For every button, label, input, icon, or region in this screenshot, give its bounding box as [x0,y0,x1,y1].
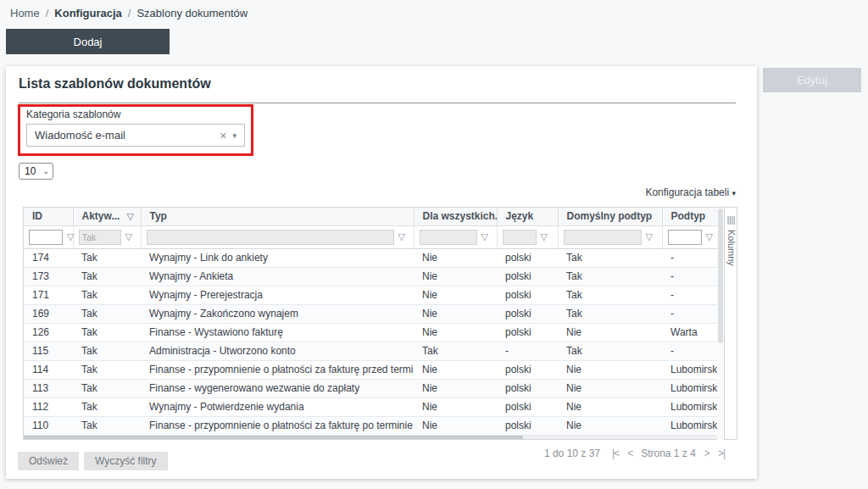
cell-for_all: Nie [414,360,497,379]
next-page-icon[interactable]: > [704,447,709,459]
cell-for_all: Nie [414,416,497,435]
breadcrumb-konfiguracja[interactable]: Konfiguracja [54,7,121,19]
filter-funnel-icon[interactable]: ▽ [706,232,713,242]
cell-language: polski [497,304,558,323]
cell-language: polski [497,397,558,416]
cell-type: Wynajmy - Potwierdzenie wydania [141,397,414,416]
filter-input-language[interactable] [503,230,537,245]
filter-input-default-subtype[interactable] [564,230,642,245]
cell-type: Wynajmy - Prerejestracja [141,286,414,304]
cell-id: 174 [24,248,73,267]
filter-funnel-icon[interactable]: ▽ [126,211,133,221]
breadcrumb-separator: / [46,7,49,19]
add-button[interactable]: Dodaj [6,29,170,54]
column-header-id[interactable]: ID [24,208,73,225]
cell-language: - [497,342,558,360]
column-header-subtype[interactable]: Podtyp [662,208,717,225]
cell-type: Finanse - wygenerowano wezwanie do zapła… [141,379,414,397]
cell-subtype: - [662,248,717,267]
edit-button[interactable]: Edytuj [763,68,861,92]
cell-type: Finanse - przypomnienie o płatności za f… [141,360,414,379]
filter-funnel-icon[interactable]: ▽ [481,232,488,242]
table-row[interactable]: 113TakFinanse - wygenerowano wezwanie do… [24,379,717,397]
cell-default_subtype: Nie [558,397,662,416]
columns-tab-label: Kolumny [726,230,737,266]
last-page-icon[interactable]: >| [718,447,725,459]
table-config-dropdown[interactable]: Konfiguracja tabeli ▾ [6,186,736,198]
footer-buttons: Odśwież Wyczyść filtry [18,452,168,470]
page-size-select[interactable]: 10 ⌄ [19,163,53,180]
cell-for_all: Tak [414,342,497,360]
previous-page-icon[interactable]: < [627,447,632,459]
clear-filters-button[interactable]: Wyczyść filtry [84,452,168,470]
breadcrumb: Home / Konfiguracja / Szablony dokumentó… [10,7,248,19]
refresh-button[interactable]: Odśwież [18,452,79,470]
category-select[interactable]: Wiadomość e-mail × ▾ [26,124,245,147]
cell-type: Wynajmy - Link do ankiety [141,248,414,267]
page-title: Lista szablonów dokumentów [19,76,744,92]
table-row[interactable]: 110TakFinanse - przypomnienie o płatnośc… [24,416,717,435]
table-row[interactable]: 173TakWynajmy - AnkietaNiepolskiTak- [24,267,717,286]
category-filter-label: Kategoria szablonów [26,108,245,120]
cell-active: Tak [73,304,141,323]
column-header-for-all[interactable]: Dla wszystkich... [414,208,497,225]
templates-list-card: Lista szablonów dokumentów Kategoria sza… [6,66,757,479]
cell-default_subtype: Tak [558,248,662,267]
filter-funnel-icon[interactable]: ▽ [398,232,405,242]
filter-funnel-icon[interactable]: ▽ [67,232,74,242]
cell-active: Tak [73,379,141,397]
cell-id: 169 [24,304,73,323]
cell-subtype: Lubomirski [662,397,717,416]
cell-for_all: Nie [414,286,497,304]
cell-subtype: - [662,286,717,304]
cell-active: Tak [73,416,141,435]
cell-language: polski [497,360,558,379]
breadcrumb-separator: / [128,7,131,19]
filter-input-type[interactable] [147,230,394,245]
cell-subtype: Lubomirski [662,416,717,435]
scrollbar-thumb[interactable] [24,436,523,439]
columns-panel-tab[interactable]: Kolumny [724,207,737,440]
table-row[interactable]: 169TakWynajmy - Zakończono wynajemNiepol… [24,304,717,323]
cell-id: 113 [24,379,73,397]
cell-active: Tak [73,323,141,342]
cell-id: 115 [24,342,73,360]
category-select-value: Wiadomość e-mail [35,129,214,142]
table-row[interactable]: 171TakWynajmy - PrerejestracjaNiepolskiT… [24,286,717,304]
filter-funnel-icon[interactable]: ▽ [541,232,548,242]
horizontal-scrollbar[interactable] [24,436,717,439]
clear-selection-icon[interactable]: × [214,129,232,142]
column-header-active[interactable]: Aktyw...▽ [73,208,141,225]
column-header-language[interactable]: Język [497,208,558,225]
filter-input-id[interactable] [29,230,63,245]
column-header-default-subtype[interactable]: Domyślny podtyp [558,208,662,225]
table-row[interactable]: 174TakWynajmy - Link do ankietyNiepolski… [24,248,717,267]
cell-subtype: Lubomirski [662,360,717,379]
first-page-icon[interactable]: |< [612,447,619,459]
table-row[interactable]: 112TakWynajmy - Potwierdzenie wydaniaNie… [24,397,717,416]
table-frame: ID Aktyw...▽ Typ Dla wszystkich... Język… [23,207,717,440]
column-header-type[interactable]: Typ [141,208,414,225]
table-row[interactable]: 114TakFinanse - przypomnienie o płatnośc… [24,360,717,379]
columns-icon [727,216,735,225]
filter-input-subtype[interactable] [668,230,702,245]
filter-funnel-icon[interactable]: ▽ [646,232,653,242]
cell-for_all: Nie [414,304,497,323]
cell-language: polski [497,416,558,435]
chevron-down-icon[interactable]: ▾ [232,131,236,140]
vertical-scrollbar[interactable] [717,207,724,440]
cell-for_all: Nie [414,267,497,286]
breadcrumb-home[interactable]: Home [10,7,40,19]
scrollbar-thumb[interactable] [718,208,723,343]
table-row[interactable]: 126TakFinanse - Wystawiono fakturęNiepol… [24,323,717,342]
filter-input-active[interactable] [79,230,121,245]
cell-for_all: Nie [414,323,497,342]
filter-input-for-all[interactable] [420,230,477,245]
cell-subtype: - [662,342,717,360]
cell-default_subtype: Nie [558,379,662,397]
table-row[interactable]: 115TakAdministracja - Utworzono kontoTak… [24,342,717,360]
cell-default_subtype: Tak [558,286,662,304]
filter-funnel-icon[interactable]: ▽ [125,232,132,242]
category-filter-highlight: Kategoria szablonów Wiadomość e-mail × ▾ [18,104,253,156]
cell-for_all: Nie [414,248,497,267]
